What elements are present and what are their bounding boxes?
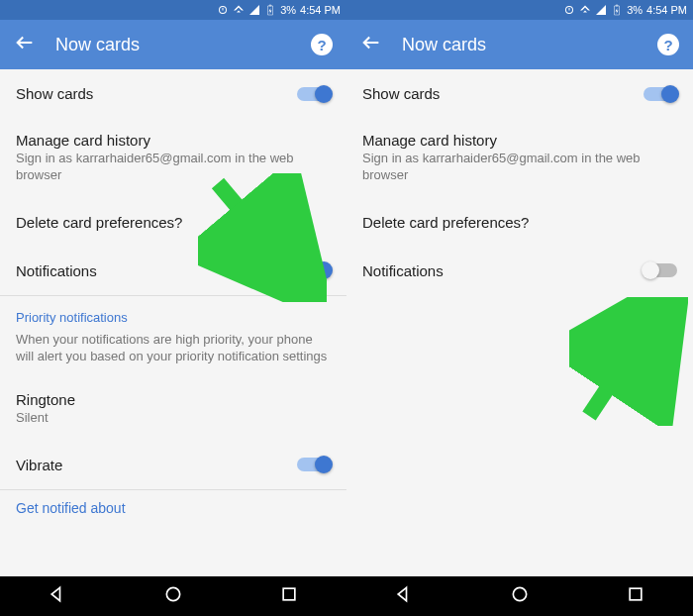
left-screenshot: 3% 4:54 PM Now cards ? Show cards Manage… (0, 0, 346, 616)
settings-list: Show cards Manage card history Sign in a… (346, 69, 693, 576)
row-show-cards[interactable]: Show cards (346, 69, 693, 118)
row-manage-history[interactable]: Manage card history Sign in as karrarhai… (346, 118, 693, 198)
row-delete-prefs[interactable]: Delete card preferences? (346, 198, 693, 247)
row-ringtone[interactable]: Ringtone Silent (0, 377, 346, 441)
signal-icon (595, 4, 607, 16)
svg-rect-3 (630, 588, 642, 600)
ringtone-value: Silent (16, 410, 331, 427)
nav-home-icon[interactable] (163, 584, 183, 608)
nav-back-icon[interactable] (48, 584, 67, 608)
row-vibrate[interactable]: Vibrate (0, 441, 346, 489)
wifi-icon (233, 4, 245, 16)
svg-point-0 (166, 587, 179, 600)
priority-section-header: Priority notifications (0, 296, 346, 331)
page-title: Now cards (402, 35, 638, 55)
manage-history-label: Manage card history (362, 132, 677, 149)
battery-text: 3% (627, 4, 643, 16)
android-navbar (346, 576, 693, 616)
right-screenshot: 3% 4:54 PM Now cards ? Show cards Manage… (346, 0, 693, 616)
app-header: Now cards ? (0, 20, 346, 69)
wifi-icon (579, 4, 591, 16)
page-title: Now cards (55, 35, 291, 55)
android-navbar (0, 576, 346, 616)
clock-text: 4:54 PM (300, 4, 341, 16)
manage-history-label: Manage card history (16, 132, 331, 149)
notifications-label: Notifications (16, 262, 287, 279)
ringtone-label: Ringtone (16, 391, 331, 408)
nav-home-icon[interactable] (510, 584, 530, 608)
get-notified-link[interactable]: Get notified about (0, 490, 346, 522)
notifications-toggle[interactable] (297, 263, 331, 277)
settings-list: Show cards Manage card history Sign in a… (0, 69, 346, 576)
delete-prefs-label: Delete card preferences? (16, 214, 331, 231)
svg-point-2 (513, 587, 526, 600)
battery-icon (611, 4, 623, 16)
help-icon[interactable]: ? (657, 34, 679, 55)
delete-prefs-label: Delete card preferences? (362, 214, 677, 231)
app-header: Now cards ? (346, 20, 693, 69)
vibrate-label: Vibrate (16, 457, 287, 473)
alarm-icon (563, 4, 575, 16)
clock-text: 4:54 PM (646, 4, 687, 16)
show-cards-label: Show cards (362, 85, 634, 102)
row-delete-prefs[interactable]: Delete card preferences? (0, 198, 346, 247)
svg-rect-1 (283, 588, 295, 600)
status-bar: 3% 4:54 PM (0, 0, 346, 20)
back-icon[interactable] (14, 32, 36, 57)
status-bar: 3% 4:54 PM (346, 0, 693, 20)
manage-history-sub: Sign in as karrarhaider65@gmail.com in t… (16, 151, 331, 184)
battery-icon (264, 4, 276, 16)
notifications-toggle[interactable] (644, 263, 677, 277)
show-cards-toggle[interactable] (644, 87, 677, 101)
nav-back-icon[interactable] (394, 584, 414, 608)
show-cards-toggle[interactable] (297, 87, 331, 101)
help-icon[interactable]: ? (311, 34, 333, 55)
manage-history-sub: Sign in as karrarhaider65@gmail.com in t… (362, 151, 677, 184)
nav-recent-icon[interactable] (626, 584, 645, 608)
row-notifications[interactable]: Notifications (346, 247, 693, 295)
signal-icon (248, 4, 260, 16)
nav-recent-icon[interactable] (279, 584, 299, 608)
vibrate-toggle[interactable] (297, 458, 331, 471)
row-show-cards[interactable]: Show cards (0, 69, 346, 118)
alarm-icon (217, 4, 229, 16)
notifications-label: Notifications (362, 262, 634, 279)
row-manage-history[interactable]: Manage card history Sign in as karrarhai… (0, 118, 346, 198)
row-notifications[interactable]: Notifications (0, 247, 346, 295)
back-icon[interactable] (360, 32, 382, 57)
battery-text: 3% (280, 4, 296, 16)
show-cards-label: Show cards (16, 85, 287, 102)
priority-section-desc: When your notifications are high priorit… (0, 331, 346, 377)
